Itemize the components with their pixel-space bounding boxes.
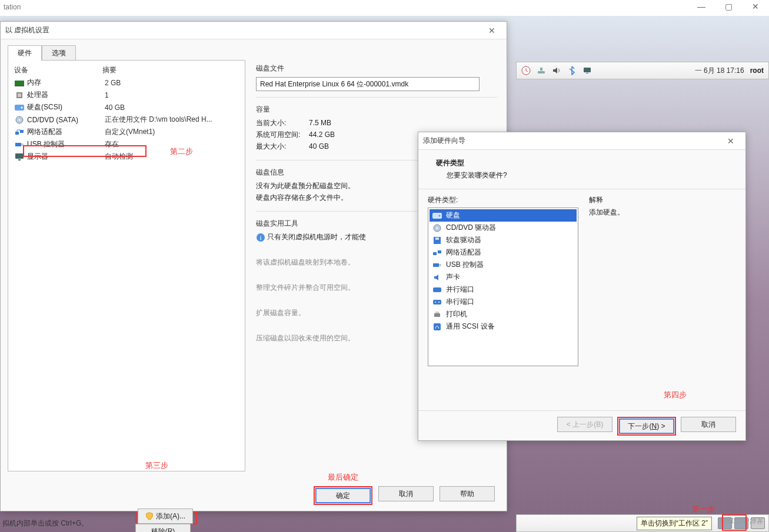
hwtype-cd[interactable]: CD/DVD 驱动器 (430, 222, 577, 234)
user-label[interactable]: root (750, 66, 764, 75)
device-summary: 40 GB (105, 103, 239, 112)
maximize-button[interactable]: ▢ (715, 0, 742, 13)
wizard-buttons: < 上一步(B) 下一步(N) > 取消 (418, 410, 745, 436)
hwtype-disk[interactable]: 硬盘 (430, 209, 577, 222)
add-hardware-button[interactable]: 添加(A)... (138, 508, 193, 524)
list-item-label: USB 控制器 (446, 260, 484, 270)
device-summary: 2 GB (105, 79, 239, 87)
close-icon[interactable]: ✕ (721, 136, 741, 146)
statusbar-hint: 拟机内部单击或按 Ctrl+G。 (2, 518, 88, 528)
hwtype-scsi[interactable]: 通用 SCSI 设备 (430, 320, 577, 333)
settings-tabs: 硬件 选项 (8, 45, 500, 61)
back-button[interactable]: < 上一步(B) (557, 417, 612, 432)
network-icon[interactable] (537, 66, 546, 75)
device-row-cpu[interactable]: 处理器 1 (12, 89, 241, 101)
annotation-step2-box (23, 145, 147, 157)
device-row-cd[interactable]: CD/DVD (SATA) 正在使用文件 D:\vm tools\Red H..… (12, 113, 241, 126)
svg-rect-9 (18, 93, 21, 97)
app-titlebar: tation — ▢ ✕ (0, 0, 769, 14)
clock-text[interactable]: 一 6月 18 17:16 (695, 66, 744, 76)
wizard-cancel-button[interactable]: 取消 (681, 417, 736, 432)
svg-point-35 (435, 302, 436, 303)
util-info-text: 只有关闭虚拟机电源时，才能使 (267, 233, 366, 241)
add-button-label: 添加(A)... (156, 511, 185, 521)
device-name: 网络适配器 (27, 127, 102, 137)
tab-options[interactable]: 选项 (42, 45, 76, 61)
next-button[interactable]: 下一步(N) > (619, 419, 674, 434)
cancel-button[interactable]: 取消 (378, 486, 434, 501)
hwtype-sound[interactable]: 声卡 (430, 271, 577, 283)
svg-point-11 (21, 106, 23, 108)
bluetooth-icon[interactable] (567, 66, 577, 75)
memory-icon (14, 79, 25, 86)
device-row-disk[interactable]: 硬盘(SCSI) 40 GB (12, 101, 241, 113)
device-name: CD/DVD (SATA) (27, 116, 102, 124)
monitor-icon[interactable] (582, 66, 592, 75)
device-row-memory[interactable]: 内存 2 GB (12, 76, 241, 89)
hwtype-parallel[interactable]: 并行端口 (430, 283, 577, 296)
list-item-label: 打印机 (446, 309, 467, 319)
close-button[interactable]: ✕ (742, 0, 769, 13)
svg-point-36 (438, 302, 440, 303)
svg-rect-19 (18, 159, 21, 160)
svg-rect-6 (15, 81, 24, 85)
minimize-button[interactable]: — (688, 0, 715, 13)
header-summary: 摘要 (102, 65, 239, 75)
list-item-label: 声卡 (446, 272, 460, 282)
settings-bottom-buttons: 确定 取消 帮助 (1, 486, 507, 505)
parallel-port-icon (432, 287, 442, 293)
cd-icon (432, 224, 442, 232)
annotation-step1: 第一步 (692, 504, 715, 514)
disk-icon (14, 104, 25, 111)
wizard-heading: 硬件类型 (436, 158, 736, 168)
svg-rect-38 (435, 312, 439, 313)
svg-marker-3 (553, 68, 557, 73)
printer-icon (432, 310, 442, 319)
device-summary: 正在使用文件 D:\vm tools\Red H... (105, 115, 239, 125)
max-size-label: 最大大小: (256, 142, 309, 152)
explanation-label: 解释 (589, 195, 736, 205)
header-device: 设备 (14, 65, 102, 75)
svg-rect-29 (438, 250, 441, 253)
hwtype-serial[interactable]: 串行端口 (430, 296, 577, 308)
serial-port-icon (432, 299, 442, 305)
hardware-type-list[interactable]: 硬盘 CD/DVD 驱动器 软盘驱动器 网络适配器 (428, 208, 578, 366)
annotation-step1-box (722, 514, 747, 531)
floppy-icon (432, 236, 442, 245)
annotation-step3-box: 添加(A)... (135, 511, 197, 524)
device-name: 处理器 (27, 90, 102, 100)
list-item-label: 串行端口 (446, 297, 474, 307)
wizard-titlebar[interactable]: 添加硬件向导 ✕ (418, 132, 745, 150)
cpu-icon (14, 91, 25, 99)
network-adapter-icon (14, 128, 25, 136)
workspace-tooltip: 单击切换到“工作区 2” (637, 517, 712, 530)
guest-top-panel: 一 6月 18 17:16 root (516, 62, 769, 79)
svg-rect-7 (15, 85, 24, 86)
update-icon[interactable] (521, 66, 531, 75)
hwtype-floppy[interactable]: 软盘驱动器 (430, 234, 577, 246)
disk-file-input[interactable]: Red Hat Enterprise Linux 6 64 位-000001.v… (256, 77, 480, 91)
svg-rect-33 (433, 287, 441, 292)
hwtype-printer[interactable]: 打印机 (430, 308, 577, 320)
tab-hardware[interactable]: 硬件 (8, 45, 42, 61)
svg-rect-39 (434, 323, 441, 330)
svg-text:i: i (259, 234, 261, 241)
hardware-types-label: 硬件类型: (428, 195, 578, 205)
svg-rect-34 (433, 300, 441, 305)
volume-icon[interactable] (552, 66, 561, 75)
hwtype-usb[interactable]: USB 控制器 (430, 259, 577, 271)
close-icon[interactable]: ✕ (482, 26, 502, 35)
help-button[interactable]: 帮助 (440, 486, 495, 501)
remove-hardware-button[interactable]: 移除(R) (135, 524, 191, 532)
hwtype-net[interactable]: 网络适配器 (430, 246, 577, 259)
disk-icon (432, 212, 442, 219)
vm-settings-titlebar[interactable]: 以 虚拟机设置 ✕ (1, 22, 507, 39)
ok-button[interactable]: 确定 (315, 488, 371, 503)
app-title: tation (4, 3, 21, 11)
list-item-label: CD/DVD 驱动器 (446, 223, 496, 233)
list-item-label: 软盘驱动器 (446, 235, 481, 245)
annotation-step3: 第三步 (145, 460, 168, 471)
device-row-net[interactable]: 网络适配器 自定义(VMnet1) (12, 126, 241, 138)
svg-rect-28 (433, 252, 437, 255)
add-remove-row: 添加(A)... 移除(R) (135, 508, 245, 532)
